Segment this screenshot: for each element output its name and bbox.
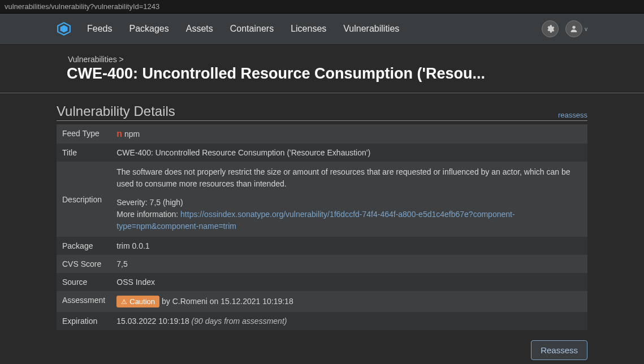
top-nav: Feeds Packages Assets Containers License… (0, 14, 644, 45)
row-cvs: CVS Score 7,5 (57, 255, 587, 273)
url-bar[interactable]: vulnerabilities/vulnerability?vulnerabil… (0, 0, 644, 14)
section-header: Vulnerability Details reassess (57, 103, 587, 121)
value-title: CWE-400: Uncontrolled Resource Consumpti… (111, 144, 587, 162)
nav-assets[interactable]: Assets (186, 24, 213, 34)
svg-marker-1 (60, 25, 68, 33)
nav-links: Feeds Packages Assets Containers License… (87, 24, 526, 34)
breadcrumb[interactable]: Vulnerabilities > (57, 55, 587, 64)
row-title: Title CWE-400: Uncontrolled Resource Con… (57, 144, 587, 162)
label-source: Source (57, 273, 111, 291)
row-feed-type: Feed Type nnpm (57, 124, 587, 144)
label-title: Title (57, 144, 111, 162)
caution-badge: ⚠Caution (116, 296, 159, 307)
description-text: The software does not properly restrict … (116, 166, 582, 190)
more-info-line: More information: https://ossindex.sonat… (116, 209, 582, 232)
nav-right: v (542, 20, 587, 37)
label-cvs: CVS Score (57, 255, 111, 273)
details-table: Feed Type nnpm Title CWE-400: Uncontroll… (57, 124, 587, 330)
warning-icon: ⚠ (121, 298, 127, 306)
reassess-link[interactable]: reassess (558, 111, 587, 119)
page-title: CWE-400: Uncontrolled Resource Consumpti… (57, 65, 587, 83)
nav-packages[interactable]: Packages (129, 24, 168, 34)
value-assessment: ⚠Caution by C.Romeni on 15.12.2021 10:19… (111, 291, 587, 312)
expiration-note: (90 days from assessment) (192, 317, 287, 326)
npm-icon: n (116, 129, 122, 139)
row-description: Description The software does not proper… (57, 162, 587, 237)
value-cvs: 7,5 (111, 255, 587, 273)
expiration-date: 15.03.2022 10:19:18 (116, 317, 191, 326)
nav-licenses[interactable]: Licenses (291, 24, 326, 34)
user-menu[interactable]: v (565, 20, 587, 37)
nav-containers[interactable]: Containers (230, 24, 274, 34)
page-content: Vulnerabilities > CWE-400: Uncontrolled … (0, 45, 644, 364)
value-source: OSS Index (111, 273, 587, 291)
nav-feeds[interactable]: Feeds (87, 24, 112, 34)
assessment-by: by C.Romeni on 15.12.2021 10:19:18 (159, 297, 293, 306)
value-description: The software does not properly restrict … (111, 162, 587, 237)
more-info-prefix: More information: (116, 210, 180, 219)
nav-vulnerabilities[interactable]: Vulnerabilities (343, 24, 399, 34)
logo-icon (57, 21, 71, 36)
section-title: Vulnerability Details (57, 103, 175, 119)
label-description: Description (57, 162, 111, 237)
reassess-button[interactable]: Reassess (531, 340, 587, 360)
label-package: Package (57, 237, 111, 255)
value-package: trim 0.0.1 (111, 237, 587, 255)
badge-text: Caution (129, 297, 155, 306)
chevron-down-icon: v (585, 26, 587, 32)
value-feed-type: nnpm (111, 124, 587, 144)
row-package: Package trim 0.0.1 (57, 237, 587, 255)
gear-icon (546, 24, 555, 33)
row-expiration: Expiration 15.03.2022 10:19:18 (90 days … (57, 312, 587, 330)
divider (0, 93, 644, 93)
row-assessment: Assessment ⚠Caution by C.Romeni on 15.12… (57, 291, 587, 312)
label-assessment: Assessment (57, 291, 111, 312)
label-expiration: Expiration (57, 312, 111, 330)
user-avatar (565, 20, 582, 37)
feed-type-text: npm (124, 129, 140, 138)
severity-line: Severity: 7,5 (high) (116, 197, 582, 209)
value-expiration: 15.03.2022 10:19:18 (90 days from assess… (111, 312, 587, 330)
settings-button[interactable] (542, 20, 559, 37)
button-row: Reassess (57, 340, 587, 360)
svg-point-2 (572, 26, 575, 29)
user-icon (569, 24, 578, 33)
label-feed-type: Feed Type (57, 124, 111, 144)
row-source: Source OSS Index (57, 273, 587, 291)
